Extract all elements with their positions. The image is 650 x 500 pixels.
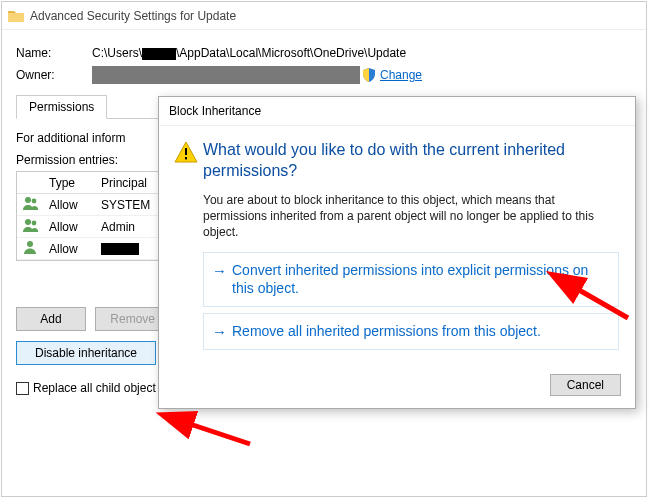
person-icon: [23, 240, 39, 254]
cancel-button[interactable]: Cancel: [550, 374, 621, 396]
svg-point-4: [27, 241, 33, 247]
svg-point-0: [25, 197, 31, 203]
people-icon: [23, 218, 39, 232]
dialog-body: You are about to block inheritance to th…: [203, 192, 619, 241]
option-convert[interactable]: → Convert inherited permissions into exp…: [203, 252, 619, 306]
dialog-title: Block Inheritance: [159, 97, 635, 126]
arrow-right-icon: →: [212, 261, 232, 281]
owner-label: Owner:: [16, 68, 92, 82]
path-value: C:\Users\\AppData\Local\Microsoft\OneDri…: [92, 46, 406, 60]
dialog-heading: What would you like to do with the curre…: [203, 140, 619, 182]
name-label: Name:: [16, 46, 92, 60]
disable-inheritance-button[interactable]: Disable inheritance: [16, 341, 156, 365]
tab-permissions[interactable]: Permissions: [16, 95, 107, 119]
col-type: Type: [43, 176, 95, 190]
change-owner-link[interactable]: Change: [380, 68, 422, 82]
svg-point-2: [25, 219, 31, 225]
owner-redacted: [92, 66, 360, 84]
folder-icon: [8, 9, 24, 23]
name-row: Name: C:\Users\\AppData\Local\Microsoft\…: [16, 46, 632, 60]
principal-redacted: [101, 243, 139, 255]
block-inheritance-dialog: Block Inheritance What would you like to…: [158, 96, 636, 409]
svg-point-1: [32, 199, 37, 204]
svg-rect-5: [185, 148, 187, 155]
svg-point-3: [32, 221, 37, 226]
people-icon: [23, 196, 39, 210]
add-button[interactable]: Add: [16, 307, 86, 331]
svg-rect-6: [185, 157, 187, 159]
owner-row: Owner: Change: [16, 66, 632, 84]
redacted-user: [142, 48, 176, 60]
arrow-right-icon: →: [212, 322, 232, 342]
warning-icon: [173, 140, 199, 166]
option-remove[interactable]: → Remove all inherited permissions from …: [203, 313, 619, 351]
replace-children-checkbox[interactable]: [16, 382, 29, 395]
window-title: Advanced Security Settings for Update: [30, 9, 236, 23]
shield-icon: [362, 68, 376, 82]
window-titlebar: Advanced Security Settings for Update: [2, 2, 646, 30]
